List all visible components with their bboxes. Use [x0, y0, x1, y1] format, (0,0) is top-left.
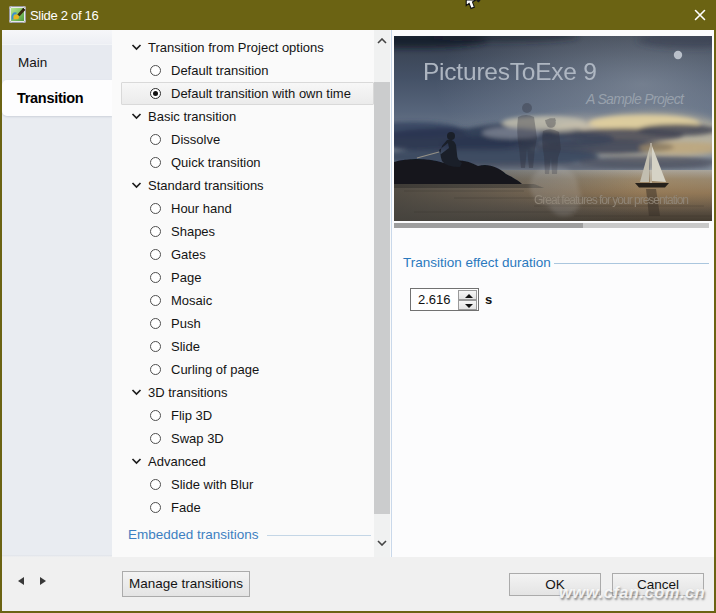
svg-text:A Sample Project: A Sample Project — [585, 91, 685, 107]
svg-text:Great features for your presen: Great features for your presentation — [534, 193, 689, 207]
svg-text:PicturesToExe 9: PicturesToExe 9 — [423, 58, 597, 85]
